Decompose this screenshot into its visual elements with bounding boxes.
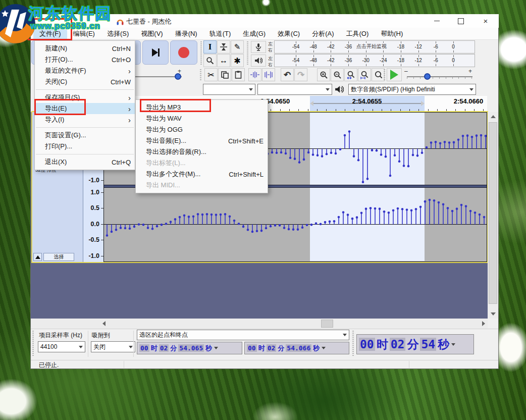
zoom-selection-button[interactable] xyxy=(344,68,357,81)
export-submenu-item-5[interactable]: 导出选择的音频(R)... xyxy=(136,146,268,158)
file-menu-item-3[interactable]: 最近的文件(F)› xyxy=(35,65,135,76)
export-submenu-item-4[interactable]: 导出音频(E)...Ctrl+Shift+E xyxy=(136,135,268,146)
export-submenu-item-6[interactable]: 导出标签(L)... xyxy=(136,158,268,169)
chevron-down-icon[interactable] xyxy=(214,347,218,351)
maximize-button[interactable] xyxy=(449,14,473,28)
menubar-item-9[interactable]: 分析(A) xyxy=(306,28,340,39)
monitor-overlay-text[interactable]: 点击开始监视 xyxy=(352,43,391,49)
scroll-down-icon xyxy=(491,312,496,316)
chevron-down-icon[interactable] xyxy=(322,347,326,351)
snap-to-dropdown[interactable]: 关闭 xyxy=(91,341,135,352)
selection-tool-button[interactable]: I xyxy=(203,40,217,54)
export-submenu-item-3[interactable]: 导出为 OGG xyxy=(136,124,268,135)
audio-position-display[interactable]: 00时02分54秒 xyxy=(356,334,474,354)
silence-audio-button[interactable] xyxy=(262,68,275,81)
menubar-item-11[interactable]: 帮助(H) xyxy=(375,28,409,39)
multi-tool-button[interactable]: ✱ xyxy=(231,54,244,67)
menu-separator xyxy=(36,127,134,128)
track-select-button[interactable]: 选择 xyxy=(43,253,74,261)
track-collapse-button[interactable] xyxy=(33,253,42,261)
menu-separator xyxy=(36,154,134,154)
file-menu-item-8[interactable]: 导入(I)› xyxy=(35,114,135,125)
selection-toolbar-grip[interactable] xyxy=(32,331,34,357)
playback-device-dropdown[interactable]: 数字音频(S/PDIF) (High Definiti xyxy=(348,84,476,95)
vertical-scroll-thumb[interactable] xyxy=(489,122,497,304)
play-at-speed-grip[interactable] xyxy=(384,69,385,81)
menu-separator xyxy=(36,89,134,90)
horizontal-scroll-thumb[interactable] xyxy=(321,320,333,328)
multi-tool-icon: ✱ xyxy=(234,56,240,66)
playback-meter[interactable]: -54-48-42-36-30-24-18-12-60 xyxy=(274,54,475,67)
menubar-item-10[interactable]: 工具(O) xyxy=(340,28,375,39)
minimize-button[interactable] xyxy=(425,14,449,28)
cut-button[interactable]: ✂ xyxy=(204,68,218,81)
menubar-item-6[interactable]: 轨道(T) xyxy=(203,28,237,39)
zoom-fit-button[interactable] xyxy=(358,68,371,81)
selection-end-time-field[interactable]: 00时02分54.066秒 xyxy=(244,342,349,354)
chevron-down-icon xyxy=(79,346,83,350)
time-toolbar-grip[interactable] xyxy=(352,331,354,357)
file-menu-item-13[interactable]: 退出(X)Ctrl+Q xyxy=(35,156,135,168)
play-meter-speaker-button[interactable] xyxy=(251,55,266,67)
divider xyxy=(88,331,88,357)
scale-label: 0.5 xyxy=(83,204,99,212)
meter-toolbar-grip[interactable] xyxy=(247,41,248,66)
timeshift-tool-button[interactable]: ↔ xyxy=(217,54,230,67)
menubar-item-8[interactable]: 效果(C) xyxy=(272,28,306,39)
paste-button[interactable] xyxy=(232,68,245,81)
horizontal-scrollbar[interactable] xyxy=(31,319,488,329)
chevron-down-icon xyxy=(469,88,474,93)
sample-rate-label: 项目采样率 (Hz) xyxy=(39,331,82,340)
scroll-right-button[interactable] xyxy=(480,320,488,328)
selection-right-arrow[interactable] xyxy=(421,101,425,106)
copy-button[interactable] xyxy=(218,68,231,81)
trim-icon xyxy=(250,71,259,78)
edit-toolbar-grip[interactable] xyxy=(200,69,201,81)
paste-icon xyxy=(235,71,242,79)
play-meter-right-label: 右 xyxy=(268,62,273,68)
file-menu-item-2[interactable]: 打开(O)...Ctrl+O xyxy=(35,54,135,65)
export-submenu-item-8[interactable]: 导出 MIDI... xyxy=(136,180,268,191)
scroll-left-button[interactable] xyxy=(100,320,108,328)
redo-icon: ↷ xyxy=(297,70,304,80)
play-at-speed-button[interactable] xyxy=(387,68,402,81)
timeline-label: 2:54.0660 xyxy=(446,97,487,105)
zoom-out-icon xyxy=(333,71,342,79)
draw-tool-button[interactable]: ✎ xyxy=(231,40,244,54)
redo-button[interactable]: ↷ xyxy=(294,68,307,81)
recording-volume-thumb[interactable] xyxy=(175,73,181,80)
tools-toolbar-grip[interactable] xyxy=(200,41,202,66)
selection-left-arrow[interactable] xyxy=(310,101,313,106)
envelope-tool-button[interactable] xyxy=(217,40,230,54)
skip-to-end-button[interactable] xyxy=(142,40,169,65)
file-menu-item-4[interactable]: 关闭(C)Ctrl+W xyxy=(35,76,135,87)
menubar-item-7[interactable]: 生成(G) xyxy=(237,28,272,39)
scroll-up-button[interactable] xyxy=(488,112,498,121)
zoom-fit-icon xyxy=(360,71,369,79)
file-menu-item-11[interactable]: 打印(P)... xyxy=(35,141,135,152)
trim-audio-button[interactable] xyxy=(248,68,261,81)
chevron-down-icon[interactable] xyxy=(451,343,455,348)
file-menu-item-10[interactable]: 页面设置(G)... xyxy=(35,130,135,141)
selection-mode-dropdown[interactable]: 选区的起点和终点 xyxy=(137,330,349,340)
record-icon xyxy=(178,47,189,58)
zoom-tool-button[interactable] xyxy=(203,54,217,67)
play-speed-slider[interactable] xyxy=(407,72,472,81)
close-button[interactable]: × xyxy=(473,14,498,28)
recording-device-dropdown[interactable] xyxy=(257,84,332,95)
scroll-down-button[interactable] xyxy=(488,309,498,319)
undo-button[interactable]: ↶ xyxy=(281,68,294,81)
export-submenu-item-7[interactable]: 导出多个文件(M)...Ctrl+Shift+L xyxy=(136,169,268,180)
selection-start-time-field[interactable]: 00时02分54.065秒 xyxy=(137,342,242,354)
file-menu-item-1[interactable]: 新建(N)Ctrl+N xyxy=(35,43,135,54)
export-submenu-item-2[interactable]: 导出为 WAV xyxy=(136,113,268,124)
play-speed-thumb[interactable] xyxy=(424,73,431,80)
record-meter-mic-button[interactable] xyxy=(251,41,266,53)
chevron-down-icon xyxy=(129,346,133,350)
zoom-in-button[interactable] xyxy=(317,68,330,81)
sample-rate-dropdown[interactable]: 44100 xyxy=(38,341,85,352)
audio-host-dropdown[interactable] xyxy=(203,84,255,95)
record-button[interactable] xyxy=(170,40,197,65)
zoom-toggle-button[interactable] xyxy=(372,68,385,81)
zoom-out-button[interactable] xyxy=(331,68,344,81)
